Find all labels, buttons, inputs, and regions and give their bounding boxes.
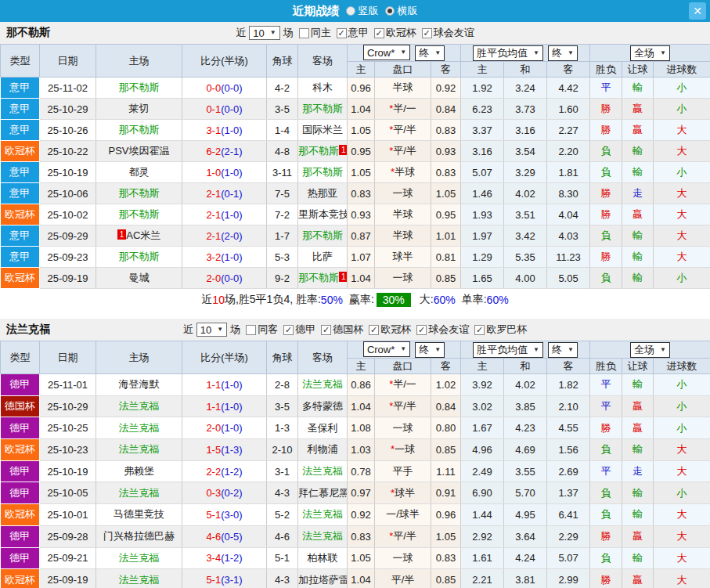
fulltime-score: 3-2 <box>206 251 221 263</box>
mean-home-odds: 1.65 <box>461 268 504 289</box>
checkbox-label: 欧罗巴杯 <box>486 323 527 337</box>
mean-away-odds: 1.60 <box>547 99 590 120</box>
team-label: 法兰克福 <box>302 465 343 477</box>
halftime-score: (0-0) <box>221 82 242 94</box>
home-team: 法兰克福 <box>96 439 182 461</box>
odds-away: 0.85 <box>431 439 461 461</box>
mean-final-select[interactable]: 终▼ <box>548 45 578 61</box>
corner-score: 5-1 <box>267 547 298 569</box>
halftime-score: (1-2) <box>221 552 242 564</box>
goals-outcome: 大 <box>654 504 710 526</box>
chevron-down-icon: ▼ <box>568 347 574 353</box>
checkbox-checked[interactable]: ✓ <box>416 325 427 335</box>
summary-count: 10 <box>212 294 225 306</box>
match-row: 意甲 25-09-29 1AC米兰 2-1(2-0) 1-7 那不勒斯 0.87… <box>1 225 710 247</box>
odds-away: 0.84 <box>431 395 461 417</box>
corner-score: 4-8 <box>267 141 298 162</box>
checkbox-checked[interactable]: ✓ <box>422 28 432 38</box>
sub-col-客: 客 <box>547 359 590 374</box>
match-score: 3-4(1-2) <box>182 547 267 569</box>
league-badge: 意甲 <box>1 225 40 247</box>
checkbox-checked[interactable]: ✓ <box>369 325 379 335</box>
home-team: 法兰克福 <box>96 395 182 417</box>
away-team: 多特蒙德 <box>298 395 348 417</box>
layout-radio[interactable]: 横版 <box>385 4 418 18</box>
mean-away-odds: 2.69 <box>547 460 590 482</box>
home-team: 法兰克福 <box>96 547 182 569</box>
home-team: 门兴格拉德巴赫 <box>96 525 182 547</box>
window-title: 近期战绩 <box>293 4 340 19</box>
match-count-value: 10 <box>200 324 211 336</box>
checkbox-unchecked[interactable] <box>246 325 256 335</box>
handicap: *一球 <box>375 439 431 461</box>
mean-draw-odds: 5.35 <box>504 247 547 268</box>
handicap-outcome: 贏 <box>622 525 654 547</box>
result-outcome: 負 <box>590 162 622 183</box>
handicap-outcome: 輸 <box>622 247 654 268</box>
summary-single-label: 单率: <box>462 293 487 307</box>
match-row: 德甲 25-10-05 法兰克福 0-3(0-2) 4-3 拜仁慕尼黑 0.97… <box>1 482 710 504</box>
scope-select[interactable]: 全场▼ <box>630 342 670 358</box>
mean-draw-odds: 4.23 <box>504 417 547 439</box>
team-section: 法兰克福 近10▼场同客✓德甲✓德国杯✓欧冠杯✓球会友谊✓欧罗巴杯 类型 日期 … <box>0 319 710 588</box>
radio-unselected-icon <box>346 6 355 16</box>
match-count-select[interactable]: 10▼ <box>196 323 227 337</box>
team-label: 法兰克福 <box>119 443 160 455</box>
match-score: 2-2(1-2) <box>182 460 267 482</box>
odds-final-select[interactable]: 终▼ <box>415 45 445 61</box>
league-badge: 意甲 <box>1 162 40 183</box>
mean-final-select[interactable]: 终▼ <box>548 342 578 358</box>
handicap: 半球 <box>375 204 431 225</box>
scope-select[interactable]: 全场▼ <box>630 45 670 61</box>
home-team: 那不勒斯 <box>96 78 182 99</box>
team-label: 马德里竞技 <box>114 508 164 520</box>
checkbox-checked[interactable]: ✓ <box>374 28 384 38</box>
halftime-score: (1-0) <box>221 379 242 391</box>
corner-score: 3-1 <box>267 460 298 482</box>
odds-away: 0.83 <box>431 162 461 183</box>
match-row: 德甲 25-10-19 弗赖堡 2-2(1-2) 3-1 法兰克福 0.78 平… <box>1 460 710 482</box>
checkbox-checked[interactable]: ✓ <box>474 325 485 335</box>
mean-select[interactable]: 胜平负均值▼ <box>473 45 543 61</box>
odds-source-select[interactable]: Crow*▼ <box>363 45 410 60</box>
mean-away-odds: 11.23 <box>547 247 590 268</box>
corner-score: 1-4 <box>267 120 298 141</box>
odds-home: 0.83 <box>348 183 375 204</box>
match-date: 25-10-19 <box>40 460 96 482</box>
sections: 那不勒斯 近10▼场同主✓意甲✓欧冠杯✓球会友谊 类型 日期 主场 比分(半场)… <box>0 22 710 588</box>
odds-source-select[interactable]: Crow*▼ <box>363 341 410 357</box>
table-head: 类型 日期 主场 比分(半场) 角球 客场 Crow*▼终▼ 胜平负均值▼终▼ … <box>1 341 710 374</box>
team-label: 曼城 <box>129 272 150 283</box>
team-label: 法兰克福 <box>302 378 343 390</box>
match-date: 25-09-23 <box>40 247 96 268</box>
handicap-text: 半球 <box>393 208 413 220</box>
handicap: *平/半 <box>375 120 431 141</box>
checkbox-checked[interactable]: ✓ <box>283 325 294 335</box>
team-label: 柏林联 <box>308 552 338 564</box>
sub-col-让球: 让球 <box>622 62 654 78</box>
mean-away-odds: 5.07 <box>547 547 590 569</box>
checkbox-checked[interactable]: ✓ <box>337 28 347 38</box>
chevron-down-icon: ▼ <box>434 50 441 56</box>
layout-radio[interactable]: 竖版 <box>346 4 379 18</box>
mean-select[interactable]: 胜平负均值▼ <box>473 342 543 358</box>
odds-final-label: 终 <box>419 46 429 60</box>
odds-away: 0.85 <box>431 569 461 588</box>
checkbox-unchecked[interactable] <box>299 28 309 38</box>
chevron-down-icon: ▼ <box>660 347 666 353</box>
sub-col-主: 主 <box>348 62 375 78</box>
checkbox-label: 同客 <box>258 323 278 337</box>
checkbox-checked[interactable]: ✓ <box>321 325 331 335</box>
home-team: 法兰克福 <box>96 482 182 504</box>
close-button[interactable]: ✕ <box>689 2 706 20</box>
home-team: 都灵 <box>96 162 182 183</box>
handicap-outcome: 輸 <box>622 225 654 247</box>
match-count-select[interactable]: 10▼ <box>249 26 279 40</box>
goals-outcome: 小 <box>654 482 710 504</box>
col-corner: 角球 <box>267 341 298 374</box>
handicap: 半球 <box>375 225 431 247</box>
odds-final-select[interactable]: 终▼ <box>415 342 445 358</box>
handicap-outcome: 贏 <box>622 204 654 225</box>
match-score: 1-1(1-0) <box>182 374 267 396</box>
home-team: 那不勒斯 <box>96 204 182 225</box>
